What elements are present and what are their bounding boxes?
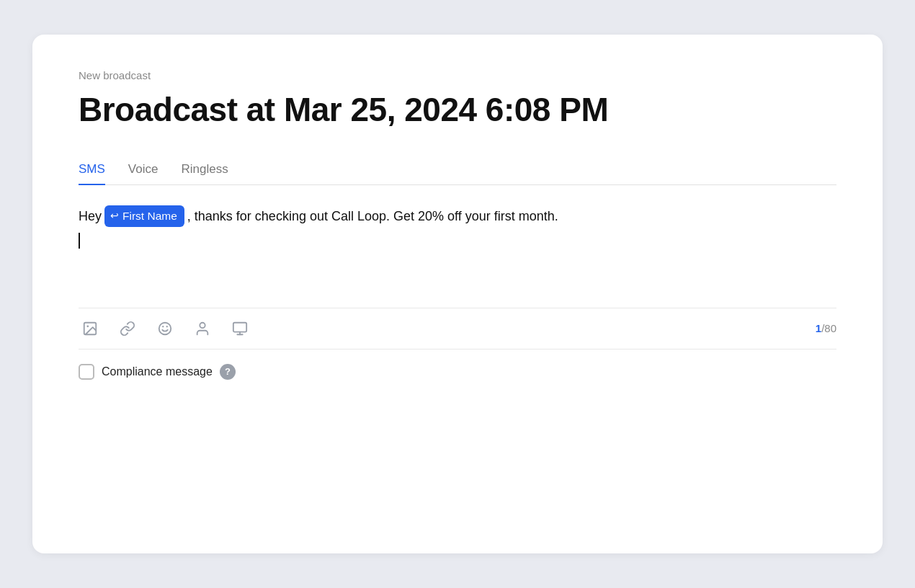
message-line-1: Hey ↩ First Name , thanks for checking o… <box>79 205 836 228</box>
tag-icon: ↩ <box>110 208 119 225</box>
media-icon[interactable] <box>228 317 251 340</box>
broadcast-card: New broadcast Broadcast at Mar 25, 2024 … <box>32 35 883 553</box>
svg-point-5 <box>200 322 205 327</box>
tab-voice[interactable]: Voice <box>128 155 159 185</box>
char-count: 1/80 <box>816 322 836 334</box>
first-name-tag[interactable]: ↩ First Name <box>104 205 184 227</box>
message-area[interactable]: Hey ↩ First Name , thanks for checking o… <box>79 205 836 299</box>
compliance-row: Compliance message ? <box>79 349 836 380</box>
message-prefix: Hey <box>79 205 102 228</box>
svg-point-2 <box>159 322 171 334</box>
message-suffix: , thanks for checking out Call Loop. Get… <box>187 205 558 228</box>
breadcrumb: New broadcast <box>79 69 836 81</box>
toolbar: 1/80 <box>79 308 836 349</box>
person-icon[interactable] <box>191 317 214 340</box>
char-total: 80 <box>824 322 836 334</box>
tab-sms[interactable]: SMS <box>79 155 105 185</box>
toolbar-icons <box>79 317 251 340</box>
compliance-label: Compliance message <box>102 365 213 378</box>
compliance-checkbox[interactable] <box>79 364 94 380</box>
tag-label: First Name <box>122 207 177 226</box>
svg-point-1 <box>86 325 89 327</box>
page-title: Broadcast at Mar 25, 2024 6:08 PM <box>79 90 836 129</box>
emoji-icon[interactable] <box>153 317 177 340</box>
svg-rect-6 <box>233 322 246 331</box>
cursor-line <box>79 233 836 249</box>
image-icon[interactable] <box>79 317 102 340</box>
link-icon[interactable] <box>116 317 139 340</box>
text-cursor <box>79 233 80 249</box>
tab-bar: SMS Voice Ringless <box>79 155 836 185</box>
char-current: 1 <box>816 322 821 334</box>
tab-ringless[interactable]: Ringless <box>181 155 228 185</box>
compliance-help-icon[interactable]: ? <box>220 364 236 380</box>
